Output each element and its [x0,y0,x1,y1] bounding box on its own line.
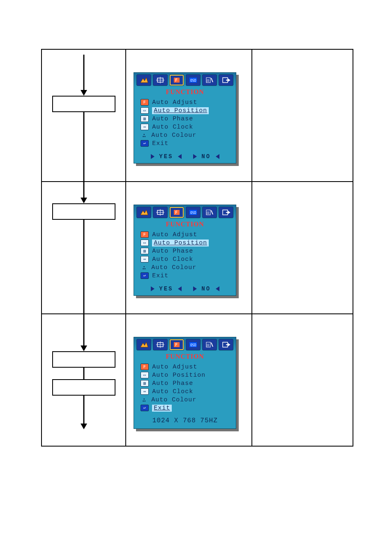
osd-item-label: Exit [152,272,168,279]
no-button[interactable]: NO [193,153,219,160]
f-icon: F [141,364,149,370]
f-icon: F [141,99,149,106]
osd-item-auto-clock[interactable]: ⇔Auto Clock [141,387,231,396]
osd-item-label: Auto Clock [152,124,193,131]
phase-icon: ▥ [141,248,149,254]
desc-cell-3 [252,314,353,446]
osd-item-auto-phase[interactable]: ▥Auto Phase [141,115,231,123]
osd-title: FUNCTION [134,352,236,362]
osd-item-exit[interactable]: ↩Exit [141,139,231,147]
osd-item-auto-clock[interactable]: ⇔Auto Clock [141,123,231,131]
page: FOSD田FUNCTIONFAuto Adjust▭Auto Position▥… [0,0,392,555]
osd-title: FUNCTION [134,220,236,230]
osd-item-auto-clock[interactable]: ⇔Auto Clock [141,255,231,263]
svg-line-24 [211,210,213,214]
svg-line-10 [211,78,213,82]
osd-item-auto-colour[interactable]: ∴Auto Colour [141,396,231,404]
osd-panel: FOSD田FUNCTIONFAuto Adjust▭Auto Position▥… [134,205,236,296]
flow-box [52,351,115,368]
osd-tab-row: FOSD田 [134,205,236,220]
osd-item-auto-phase[interactable]: ▥Auto Phase [141,379,231,387]
osd-tab-row: FOSD田 [134,73,236,88]
svg-text:F: F [175,78,178,83]
osd-footer: YES NO [134,151,236,163]
osd-item-auto-phase[interactable]: ▥Auto Phase [141,247,231,255]
osd-item-label: Auto Clock [152,388,193,395]
svg-marker-14 [141,210,148,215]
layout-grid: FOSD田FUNCTIONFAuto Adjust▭Auto Position▥… [41,49,353,447]
osd-item-auto-adjust[interactable]: FAuto Adjust [141,363,231,371]
flow-box [52,379,115,396]
osd-item-auto-colour[interactable]: ∴Auto Colour [141,131,231,139]
osd-item-label: Auto Phase [152,115,193,122]
svg-marker-27 [228,211,230,214]
osd-cell-2: FOSD田FUNCTIONFAuto Adjust▭Auto Position▥… [126,182,251,313]
exit-icon: ↩ [141,272,149,279]
osd-item-label: Auto Phase [152,248,193,255]
osd-list: FAuto Adjust▭Auto Position▥Auto Phase⇔Au… [134,97,236,151]
osd-item-label: Auto Adjust [152,99,197,106]
osd-item-label: Exit [152,405,172,412]
exit-icon: ↩ [141,140,149,147]
osd-title: FUNCTION [134,88,236,97]
svg-text:OSD: OSD [190,343,196,347]
osd-item-exit[interactable]: ↩Exit [141,272,231,280]
osd-item-label: Auto Phase [152,380,193,387]
osd-panel: FOSD田FUNCTIONFAuto Adjust▭Auto Position▥… [134,337,236,429]
osd-item-label: Auto Colour [151,132,196,139]
svg-marker-13 [228,78,230,82]
flow-cell-3 [42,314,125,446]
svg-text:田: 田 [207,79,210,83]
svg-text:田: 田 [207,344,210,347]
colour-icon: ∴ [141,397,148,403]
osd-item-auto-position[interactable]: ▭Auto Position [141,106,231,115]
osd-item-label: Auto Adjust [152,364,197,371]
colour-icon: ∴ [141,265,148,270]
desc-cell-2 [252,182,353,314]
osd-item-auto-adjust[interactable]: FAuto Adjust [141,230,231,239]
no-button[interactable]: NO [193,286,219,292]
osd-tab-row: FOSD田 [134,337,236,352]
osd-item-label: Auto Position [152,240,209,246]
osd-item-label: Auto Clock [152,256,193,263]
osd-item-auto-adjust[interactable]: FAuto Adjust [141,98,231,106]
osd-item-auto-position[interactable]: ▭Auto Position [141,371,231,379]
osd-panel: FOSD田FUNCTIONFAuto Adjust▭Auto Position▥… [134,72,236,164]
svg-line-38 [211,343,213,347]
osd-item-label: Auto Colour [151,396,196,403]
osd-item-exit[interactable]: ↩Exit [141,404,231,412]
flow-box [52,203,115,220]
desc-cell-1 [252,49,353,182]
yes-button[interactable]: YES [151,286,182,292]
position-icon: ▭ [141,107,149,114]
flow-cell-2 [42,182,125,313]
svg-marker-0 [141,78,148,83]
exit-icon: ↩ [141,405,149,411]
osd-list: FAuto Adjust▭Auto Position▥Auto Phase⇔Au… [134,362,236,415]
flow-cell-1 [42,50,125,181]
osd-item-label: Auto Position [152,372,205,379]
osd-item-label: Exit [152,140,168,147]
svg-marker-41 [228,343,230,346]
flow-box [52,96,115,112]
svg-text:F: F [175,343,178,347]
osd-cell-1: FOSD田FUNCTIONFAuto Adjust▭Auto Position▥… [126,50,251,181]
svg-marker-28 [141,342,148,347]
svg-text:F: F [175,210,178,215]
f-icon: F [141,231,149,238]
clock-icon: ⇔ [141,124,149,130]
osd-item-label: Auto Adjust [152,231,197,238]
phase-icon: ▥ [141,115,149,122]
clock-icon: ⇔ [141,256,149,263]
svg-text:OSD: OSD [190,211,196,215]
yes-button[interactable]: YES [151,153,182,160]
clock-icon: ⇔ [141,388,149,395]
osd-item-label: Auto Position [152,107,209,114]
osd-resolution: 1024 X 768 75HZ [134,415,236,428]
osd-cell-3: FOSD田FUNCTIONFAuto Adjust▭Auto Position▥… [126,314,251,446]
position-icon: ▭ [141,240,149,246]
osd-item-auto-colour[interactable]: ∴Auto Colour [141,263,231,272]
svg-text:OSD: OSD [190,79,196,83]
osd-item-auto-position[interactable]: ▭Auto Position [141,239,231,247]
svg-text:田: 田 [207,212,210,215]
